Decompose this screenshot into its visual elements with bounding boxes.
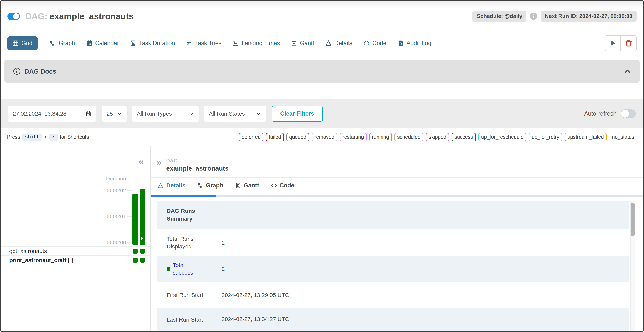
- total-success-link[interactable]: Total success: [173, 261, 207, 277]
- tab-calendar[interactable]: Calendar: [86, 40, 119, 46]
- trash-icon: [625, 40, 632, 47]
- dag-runs-summary-table: DAG Runs Summary Total Runs Displayed 2 …: [158, 201, 630, 332]
- tab-label: Landing Times: [242, 40, 280, 46]
- tab-gantt[interactable]: Gantt: [291, 40, 314, 46]
- status-badge-deferred[interactable]: deferred: [239, 133, 264, 141]
- detail-tab-label: Graph: [206, 182, 223, 189]
- page-size-select[interactable]: 25: [102, 106, 126, 122]
- schedule-info-icon[interactable]: i: [530, 13, 537, 20]
- status-badge-up-for-reschedule[interactable]: up_for_reschedule: [478, 133, 526, 141]
- run-states-select[interactable]: All Run States: [204, 106, 266, 122]
- clear-filters-button[interactable]: Clear Filters: [272, 106, 323, 122]
- breadcrumb: DAG: [166, 158, 178, 164]
- divider: [151, 177, 644, 178]
- status-badge-running[interactable]: running: [369, 133, 392, 141]
- task-name[interactable]: print_astronaut_craft [ ]: [0, 257, 73, 264]
- detail-tab-gantt[interactable]: Gantt: [235, 182, 259, 189]
- tab-label: Graph: [59, 40, 75, 46]
- tab-graph[interactable]: Graph: [50, 40, 75, 46]
- status-badge-up-for-retry[interactable]: up_for_retry: [529, 133, 562, 141]
- status-badge-restarting[interactable]: restarting: [340, 133, 367, 141]
- plus-sign: +: [44, 134, 47, 140]
- detail-tab-details[interactable]: Details: [158, 182, 186, 189]
- tick-line: [127, 216, 132, 217]
- trigger-dag-button[interactable]: [605, 35, 621, 51]
- base-date-field[interactable]: [8, 106, 96, 122]
- dag-run-bar-2[interactable]: [140, 189, 145, 245]
- calendar-input-icon[interactable]: [86, 111, 92, 117]
- row-value: 2024-02-27, 13:34:27 UTC: [222, 316, 289, 322]
- status-badge-failed[interactable]: failed: [266, 133, 284, 141]
- active-tab-underline: [151, 195, 216, 197]
- tab-task-tries[interactable]: Task Tries: [186, 40, 222, 46]
- main-content: « Duration 00:00:02 00:00:01 00:00:00 ge…: [0, 146, 644, 332]
- dag-pause-toggle[interactable]: [8, 12, 20, 20]
- row-label: Last Run Start: [166, 316, 207, 324]
- tab-task-duration[interactable]: Task Duration: [130, 40, 175, 46]
- auto-refresh-toggle[interactable]: [621, 109, 636, 118]
- detail-tab-graph[interactable]: Graph: [197, 182, 223, 189]
- task-instance-square[interactable]: [140, 248, 145, 254]
- plane-landing-icon: [232, 40, 239, 46]
- dag-run-bar-1[interactable]: [132, 194, 138, 245]
- task-instance-square[interactable]: [133, 248, 138, 254]
- collapse-panel-icon[interactable]: «: [138, 157, 144, 166]
- table-header-label: DAG Runs Summary: [166, 207, 207, 222]
- play-icon: [609, 40, 617, 47]
- shortcuts-suffix: for Shortcuts: [60, 134, 89, 140]
- run-types-select[interactable]: All Run Types: [132, 106, 198, 122]
- status-badge-success[interactable]: success: [452, 133, 476, 141]
- calendar-icon: [86, 40, 92, 46]
- base-date-input[interactable]: [13, 110, 81, 117]
- tab-audit-log[interactable]: Audit Log: [398, 40, 431, 46]
- table-scrollbar[interactable]: [630, 201, 635, 332]
- tab-landing-times[interactable]: Landing Times: [232, 40, 280, 46]
- selected-dag-title: example_astronauts: [166, 165, 228, 172]
- delete-dag-button[interactable]: [621, 35, 636, 51]
- status-badge-no-status[interactable]: no_status: [609, 133, 637, 141]
- dag-docs-bar[interactable]: DAG Docs: [4, 60, 640, 82]
- tab-grid[interactable]: Grid: [8, 36, 38, 50]
- status-badge-removed[interactable]: removed: [312, 133, 337, 141]
- gantt-icon: [291, 40, 297, 46]
- task-row-print-astronaut-craft[interactable]: print_astronaut_craft [ ]: [0, 256, 150, 265]
- row-value: 2: [222, 240, 225, 246]
- detail-tab-code[interactable]: Code: [271, 182, 294, 189]
- scrollbar-thumb[interactable]: [631, 202, 634, 236]
- tab-label: Grid: [22, 40, 32, 46]
- expand-panel-icon[interactable]: »: [156, 158, 162, 167]
- header-badges: Schedule: @daily i Next Run ID: 2024-02-…: [472, 11, 636, 22]
- chevron-down-icon: [188, 111, 194, 116]
- dag-docs-label: DAG Docs: [24, 68, 56, 75]
- tab-label: Code: [372, 40, 386, 46]
- table-row: Last Run Start 2024-02-27, 13:34:27 UTC: [158, 308, 630, 332]
- row-value: 2024-02-27, 13:29:05 UTC: [222, 292, 289, 298]
- status-badge-upstream-failed[interactable]: upstream_failed: [564, 133, 607, 141]
- task-name[interactable]: get_astronauts: [0, 248, 47, 254]
- task-instance-square[interactable]: [133, 258, 138, 263]
- axis-tick-2s: 00:00:02: [105, 188, 126, 194]
- schedule-badge: Schedule: @daily: [472, 11, 526, 22]
- graph-icon: [50, 40, 56, 46]
- airflow-dag-window: DAG:example_astronauts Schedule: @daily …: [0, 0, 644, 332]
- status-badge-queued[interactable]: queued: [286, 133, 309, 141]
- tab-details[interactable]: Details: [325, 40, 352, 46]
- graph-icon: [197, 182, 203, 188]
- chevron-up-icon[interactable]: [624, 68, 631, 75]
- detail-tabs: Details Graph Gantt Code: [158, 182, 294, 189]
- page-title: DAG:example_astronauts: [25, 11, 134, 22]
- code-icon: [363, 40, 370, 46]
- shortcuts-prefix: Press: [7, 134, 20, 140]
- tab-code[interactable]: Code: [363, 40, 386, 46]
- status-badge-skipped[interactable]: skipped: [426, 133, 449, 141]
- dag-header: DAG:example_astronauts Schedule: @daily …: [0, 0, 644, 32]
- axis-tick-0s: 00:00:00: [105, 240, 126, 246]
- row-value: 2: [222, 266, 225, 272]
- task-row-get-astronauts[interactable]: get_astronauts: [0, 247, 150, 256]
- status-legend: deferred failed queued removed restartin…: [239, 133, 637, 141]
- axis-tick-1s: 00:00:01: [105, 214, 126, 220]
- task-instance-square[interactable]: [140, 258, 145, 263]
- detail-tab-label: Details: [166, 182, 186, 189]
- detail-tab-label: Code: [280, 182, 294, 189]
- status-badge-scheduled[interactable]: scheduled: [394, 133, 424, 141]
